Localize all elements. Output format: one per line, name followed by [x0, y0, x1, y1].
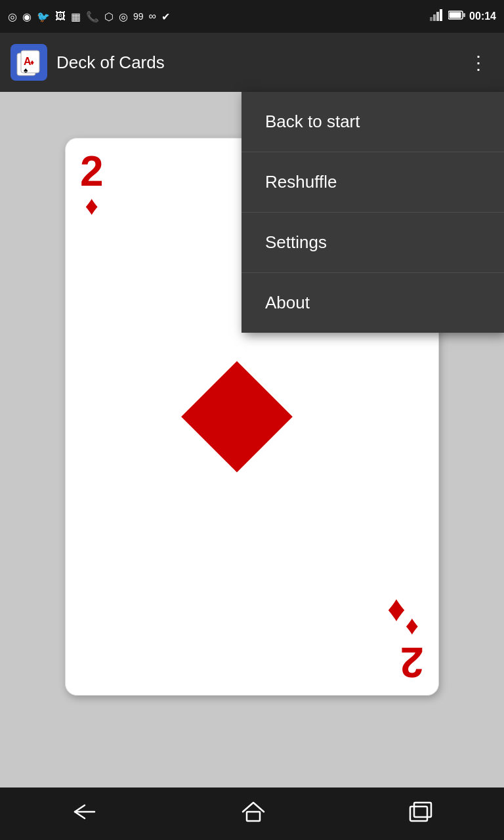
status-icons-left: ◎ ◉ 🐦 🖼 ▦ 📞 ⬡ ◎ 99 ∞ ✔ [8, 10, 170, 23]
svg-rect-1 [433, 14, 436, 21]
svg-rect-0 [430, 17, 432, 21]
voicemail-icon: ∞ [149, 10, 156, 22]
check-icon: ✔ [161, 10, 170, 23]
phone-icon: 📞 [86, 10, 99, 23]
svg-rect-2 [436, 12, 439, 21]
battery-icon [448, 10, 465, 22]
image-icon: 🖼 [55, 10, 66, 22]
eye-icon: ◉ [22, 10, 32, 23]
app-bar: A ♠ ♦ Deck of Cards ⋮ [0, 33, 504, 92]
status-bar: ◎ ◉ 🐦 🖼 ▦ 📞 ⬡ ◎ 99 ∞ ✔ 00:14 [0, 0, 504, 33]
twitter-icon: 🐦 [37, 10, 50, 23]
overflow-menu-button[interactable]: ⋮ [464, 47, 494, 79]
app-bar-left: A ♠ ♦ Deck of Cards [10, 44, 165, 81]
nav-home-button[interactable] [222, 795, 285, 833]
menu-item-back-to-start[interactable]: Back to start [242, 92, 504, 152]
nav-recents-button[interactable] [389, 795, 452, 833]
app-title: Deck of Cards [56, 52, 165, 73]
svg-rect-12 [247, 812, 260, 821]
nav-bar [0, 788, 504, 840]
battery-num: 99 [133, 11, 144, 22]
barcode-icon: ▦ [71, 10, 81, 23]
svg-rect-5 [450, 12, 461, 18]
menu-item-settings[interactable]: Settings [242, 213, 504, 273]
status-time: 00:14 [469, 10, 496, 22]
main-content: 18 2 ♦ ♦ ♦ 2 ♦ Back to start Reshuffle [0, 92, 504, 788]
dropdown-menu: Back to start Reshuffle Settings About [242, 92, 504, 333]
svg-text:♠: ♠ [24, 66, 28, 75]
svg-rect-13 [410, 807, 427, 821]
eye2-icon: ◎ [119, 10, 128, 23]
app-icon: A ♠ ♦ [10, 44, 47, 81]
status-right: 00:14 [430, 9, 496, 24]
svg-rect-14 [414, 803, 431, 817]
menu-item-about[interactable]: About [242, 273, 504, 333]
svg-rect-6 [463, 13, 465, 17]
svg-rect-3 [440, 9, 442, 21]
svg-text:♦: ♦ [30, 58, 34, 67]
nav-back-button[interactable] [52, 795, 117, 833]
signal-icon [430, 9, 444, 24]
inbox-icon: ⬡ [104, 10, 114, 23]
podcast-icon: ◎ [8, 10, 17, 23]
menu-item-reshuffle[interactable]: Reshuffle [242, 152, 504, 213]
